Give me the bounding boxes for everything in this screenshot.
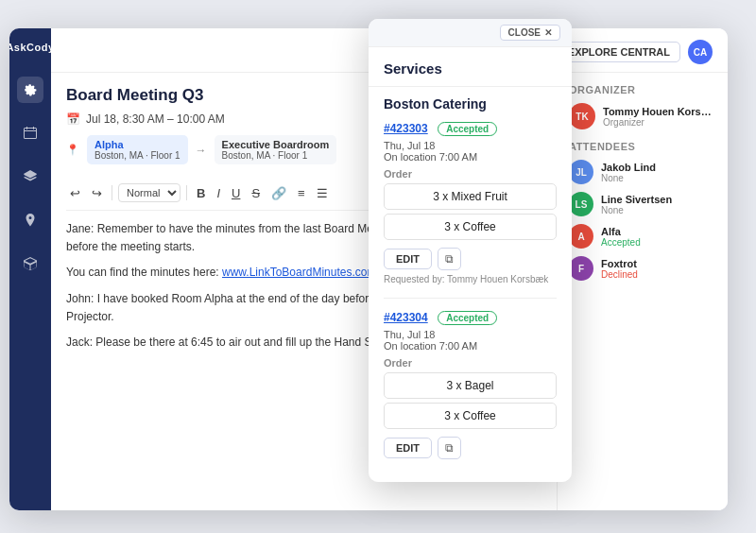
location-from: Alpha Boston, MA · Floor 1	[87, 135, 188, 164]
order-date-2: Thu, Jul 18 On location 7:00 AM	[384, 329, 557, 352]
organizer-info: Tommy Houen Korsbæk Organizer	[603, 106, 716, 128]
order-item-2-1: 3 x Coffee	[384, 403, 557, 429]
right-panel: Organizer TK Tommy Houen Korsbæk Organiz…	[558, 73, 728, 510]
attendee-name-foxtrot: Foxtrot	[601, 258, 716, 269]
attendee-status-jl: None	[601, 173, 716, 183]
user-avatar[interactable]: CA	[688, 40, 713, 64]
organizer-row: TK Tommy Houen Korsbæk Organizer	[569, 103, 716, 129]
bold-button[interactable]: B	[193, 184, 209, 202]
redo-button[interactable]: ↪	[88, 184, 106, 202]
sidebar-item-layers[interactable]	[17, 163, 43, 190]
services-modal: CLOSE ✕ Services Boston Catering #423303…	[369, 19, 572, 482]
attendee-avatar-jl: JL	[569, 160, 593, 184]
attendee-avatar-foxtrot: F	[569, 256, 593, 281]
location-arrow-icon: →	[196, 144, 207, 157]
attendee-name-alfa: Alfa	[601, 226, 716, 237]
order-requester-1: Requested by: Tommy Houen Korsbæk	[384, 274, 557, 284]
organizer-section-title: Organizer	[569, 84, 716, 95]
organizer-role: Organizer	[603, 117, 716, 128]
attendee-avatar-ls: LS	[569, 192, 593, 216]
attendee-status-alfa: Accepted	[601, 237, 716, 248]
attendee-status-ls: None	[601, 205, 716, 215]
attendee-info-foxtrot: Foxtrot Declined	[601, 258, 716, 280]
link-button[interactable]: 🔗	[267, 184, 290, 202]
services-header: Services	[369, 47, 572, 87]
services-title: Services	[384, 60, 557, 77]
toolbar-separator	[112, 185, 112, 200]
sidebar: AskCody	[9, 28, 51, 510]
underline-button[interactable]: U	[228, 184, 244, 202]
attendee-info-jl: Jakob Lind None	[601, 162, 716, 183]
order-item-1-0: 3 x Mixed Fruit	[384, 183, 557, 210]
order-id-2[interactable]: #423304	[384, 311, 428, 324]
attendee-avatar-alfa: A	[569, 224, 593, 249]
attendee-info-alfa: Alfa Accepted	[601, 226, 716, 248]
attendee-row-ls: LS Line Sivertsen None	[569, 192, 716, 216]
modal-close-area: CLOSE ✕	[369, 19, 572, 47]
services-body: Boston Catering #423303 Accepted Thu, Ju…	[369, 87, 572, 482]
order-label-2: Order	[384, 357, 557, 369]
order-item-1-1: 3 x Coffee	[384, 214, 557, 240]
order-footer-1: EDIT ⧉	[384, 248, 557, 270]
strikethrough-button[interactable]: S	[248, 184, 264, 202]
attendee-name-jl: Jakob Lind	[601, 162, 716, 173]
attendee-info-ls: Line Sivertsen None	[601, 194, 716, 215]
order-id-1[interactable]: #423303	[384, 122, 428, 135]
edit-button-2[interactable]: EDIT	[384, 438, 432, 458]
header-actions: EXPLORE CENTRAL CA	[558, 40, 713, 64]
close-button[interactable]: CLOSE ✕	[500, 25, 560, 41]
order-item-2-0: 3 x Bagel	[384, 372, 557, 399]
edit-button-1[interactable]: EDIT	[384, 249, 432, 269]
app-logo: AskCody	[9, 42, 55, 54]
copy-button-2[interactable]: ⧉	[438, 437, 461, 459]
service-order-1: #423303 Accepted Thu, Jul 18 On location…	[384, 119, 557, 284]
list-number-button[interactable]: ☰	[313, 184, 332, 202]
order-label-1: Order	[384, 168, 557, 180]
attendee-row-alfa: A Alfa Accepted	[569, 224, 716, 249]
service-order-2: #423304 Accepted Thu, Jul 18 On location…	[384, 308, 557, 459]
sidebar-item-map[interactable]	[17, 207, 43, 233]
service-vendor-name: Boston Catering	[384, 96, 557, 112]
organizer-avatar: TK	[569, 103, 595, 129]
attendee-row-foxtrot: F Foxtrot Declined	[569, 256, 716, 281]
location-icon: 📍	[66, 144, 79, 156]
organizer-name: Tommy Houen Korsbæk	[603, 106, 716, 117]
text-style-select[interactable]: Normal	[118, 183, 180, 202]
order-footer-2: EDIT ⧉	[384, 437, 557, 459]
location-to: Executive Boardroom Boston, MA · Floor 1	[215, 135, 337, 164]
order-status-2: Accepted	[438, 311, 497, 325]
order-date-1: Thu, Jul 18 On location 7:00 AM	[384, 140, 557, 163]
sidebar-item-settings[interactable]	[17, 77, 43, 103]
attendee-row: JL Jakob Lind None	[569, 160, 716, 184]
board-minutes-link[interactable]: www.LinkToBoardMinutes.com	[222, 266, 376, 279]
explore-central-button[interactable]: EXPLORE CENTRAL	[558, 42, 680, 62]
attendees-section-title: Attendees	[569, 141, 716, 152]
close-label: CLOSE	[508, 27, 541, 38]
list-bullet-button[interactable]: ≡	[294, 184, 309, 202]
italic-button[interactable]: I	[213, 184, 224, 202]
toolbar-separator-2	[186, 185, 187, 200]
service-divider	[384, 298, 557, 299]
sidebar-item-box[interactable]	[17, 250, 43, 277]
undo-button[interactable]: ↩	[66, 184, 84, 202]
copy-button-1[interactable]: ⧉	[438, 248, 461, 270]
order-status-1: Accepted	[438, 122, 497, 136]
close-icon: ✕	[544, 27, 552, 38]
attendee-status-foxtrot: Declined	[601, 269, 716, 280]
calendar-icon: 📅	[66, 112, 80, 126]
attendee-name-ls: Line Sivertsen	[601, 194, 716, 205]
sidebar-item-calendar[interactable]	[17, 120, 43, 146]
